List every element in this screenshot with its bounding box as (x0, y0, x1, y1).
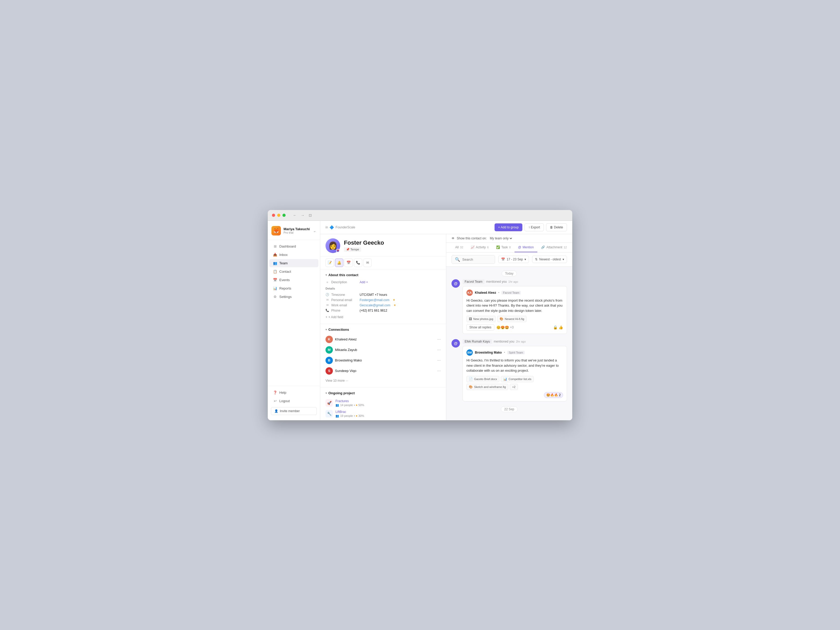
view-more-connections[interactable]: View 10 more ··· (325, 378, 441, 384)
more-options-icon[interactable]: ··· (437, 337, 441, 342)
export-button[interactable]: ↑ Export (524, 223, 544, 231)
thumbs-reaction: 👍 (559, 325, 563, 330)
work-email-icon: ✉ (325, 303, 329, 307)
breadcrumb: in 🔷 FounderScale (325, 225, 355, 229)
avatar: S (325, 367, 333, 374)
sidebar-item-help[interactable]: ❓ Help (269, 388, 318, 396)
message-footer: Show all replies 😊😍🤩 +3 🔒 (466, 324, 563, 330)
user-profile: 🦊 Mariya Takeuchi Pro trial ⌄ (268, 224, 320, 240)
expand-button[interactable]: ⌄ (313, 228, 316, 233)
tab-count: 12 (564, 246, 567, 249)
calendar-tool-button[interactable]: 📅 (344, 259, 353, 267)
connection-name: Khaleed Aleez (335, 337, 357, 341)
tab-mention[interactable]: @ Mention (515, 243, 538, 252)
timezone-value: UTC/GMT +7 hours (360, 293, 387, 297)
invite-member-button[interactable]: 👤 Invite member (271, 407, 317, 415)
personal-email-value[interactable]: Fostergec@mail.com (360, 298, 390, 302)
connection-name: Sundeep Viqo (335, 369, 356, 373)
email-tool-button[interactable]: ✉ (363, 259, 372, 267)
tab-all[interactable]: All 32 (452, 243, 467, 252)
sidebar-item-contact[interactable]: 📋 Contact (269, 267, 318, 276)
sidebar-item-team[interactable]: 👥 Team (269, 259, 318, 267)
add-to-group-button[interactable]: + Add to group (494, 223, 523, 231)
projects-section: ▾ Ongoing project 🚀 Fractures 👥 14 peopl… (320, 387, 446, 420)
chevron-down-icon: ▾ (325, 328, 327, 331)
attachment-chip[interactable]: 🎨 Sketch and wireframe.fig (466, 384, 508, 390)
details-label: Details (325, 287, 441, 290)
sidebar-item-dashboard[interactable]: ⊞ Dashboard (269, 242, 318, 250)
topbar-actions: + Add to group ↑ Export 🗑 Delete (494, 223, 567, 231)
project-name[interactable]: LiftBrac (335, 410, 441, 414)
timezone-row: 🕐 Timezone UTC/GMT +7 hours (325, 292, 441, 297)
search-icon: 🔍 (455, 257, 460, 262)
sidebar-item-settings[interactable]: ⚙ Settings (269, 293, 318, 301)
attachment-chip[interactable]: 🖼 New photos.jpg (466, 316, 496, 322)
attachment-chip[interactable]: 📄 Gaceto Brief.docx (466, 376, 499, 382)
mention-time: 1hr ago (508, 280, 518, 283)
attachment-chip[interactable]: 📊 Competitor list.xls (501, 376, 534, 382)
message-text: Hi Geecko, can you please import the rec… (466, 298, 563, 313)
show-all-replies-button[interactable]: Show all replies (466, 324, 494, 330)
reaction-emojis: 🤩🔥🔥 (546, 393, 558, 397)
date-filter-button[interactable]: 📅 17 - 23 Sep ▾ (498, 256, 529, 263)
avatar: M (325, 346, 333, 354)
more-options-icon[interactable]: ··· (437, 347, 441, 352)
add-field-button[interactable]: + + Add field (325, 314, 343, 320)
xls-icon: 📊 (503, 377, 507, 381)
phone-tool-button[interactable]: 📞 (354, 259, 362, 267)
work-email-value[interactable]: Gecscale@gmail.com (360, 303, 390, 307)
forward-button[interactable]: → (300, 213, 306, 218)
delete-button[interactable]: 🗑 Delete (546, 223, 567, 231)
attachment-chip[interactable]: 🎨 Newest Hi-fi.fig (497, 316, 527, 322)
sidebar-item-inbox[interactable]: 📥 Inbox (269, 251, 318, 259)
sidebar-item-reports[interactable]: 📊 Reports (269, 284, 318, 292)
contact-avatar: 👩 📌 (325, 238, 340, 253)
project-progress: 30% (358, 414, 364, 417)
message-author-name: Browsteling Mako (475, 351, 502, 354)
minimize-dot[interactable] (277, 214, 280, 217)
sidebar-item-logout[interactable]: ↩ Logout (269, 397, 318, 405)
tab-task[interactable]: ✅ Task 8 (493, 243, 515, 252)
connection-item: S Sundeep Viqo ··· (325, 366, 441, 376)
connections-title: Connections (328, 328, 349, 332)
team-filter-select[interactable]: My team only All teams (489, 236, 513, 240)
close-dot[interactable] (272, 214, 275, 217)
bell-tool-button[interactable]: 🔔 (335, 259, 343, 267)
sidebar-item-label: Settings (279, 295, 292, 299)
sidebar-bottom: ❓ Help ↩ Logout 👤 Invite member (268, 386, 320, 417)
more-options-icon[interactable]: ··· (437, 358, 441, 363)
contact-toolbar: 📝 🔔 📅 📞 ✉ (320, 256, 446, 269)
mention-action: mentioned you (494, 339, 515, 343)
settings-icon: ⚙ (273, 295, 277, 299)
phone-value: (+62) 871 661 9812 (360, 309, 387, 313)
message-card: BM Browsteling Mako • Spirit Team Hi Gee… (463, 346, 567, 401)
more-options-icon[interactable]: ··· (437, 369, 441, 373)
message-card: KA Khaleed Aleez • Facvol Team Hi Geecko… (463, 286, 567, 334)
sort-filter-button[interactable]: ⇅ Newest - oldest ▾ (532, 256, 567, 263)
notes-tool-button[interactable]: 📝 (325, 259, 334, 267)
connection-item: K Khaleed Aleez ··· (325, 334, 441, 345)
tab-attachment[interactable]: 🔗 Attachment 12 (537, 243, 570, 252)
date-label-today: Today (452, 271, 567, 276)
reaction-badge[interactable]: 🤩🔥🔥 2 (544, 392, 563, 398)
search-input[interactable] (462, 257, 492, 261)
events-icon: 📅 (273, 278, 277, 282)
mention-sender: Facvol Team (463, 279, 485, 284)
add-field-icon: + (325, 315, 327, 319)
back-button[interactable]: ← (292, 213, 298, 218)
personal-email-star: ★ (393, 298, 395, 302)
sidebar-item-events[interactable]: 📅 Events (269, 276, 318, 284)
contact-tag: 📌 Tempe (344, 247, 361, 252)
people-icon: 👥 (335, 403, 339, 407)
split-button[interactable]: ⊡ (308, 213, 313, 218)
project-name[interactable]: Fractures (335, 399, 441, 403)
add-description-link[interactable]: Add + (360, 280, 368, 284)
avatar: BM (466, 349, 473, 356)
attachment-chip-more[interactable]: +2 (510, 384, 518, 390)
date-label-22sep: 22 Sep (452, 407, 567, 411)
avatar: B (325, 357, 333, 364)
user-avatar: 🦊 (272, 226, 281, 235)
app-name: FounderScale (335, 226, 355, 229)
maximize-dot[interactable] (283, 214, 286, 217)
tab-activity[interactable]: 📈 Activity 6 (467, 243, 493, 252)
